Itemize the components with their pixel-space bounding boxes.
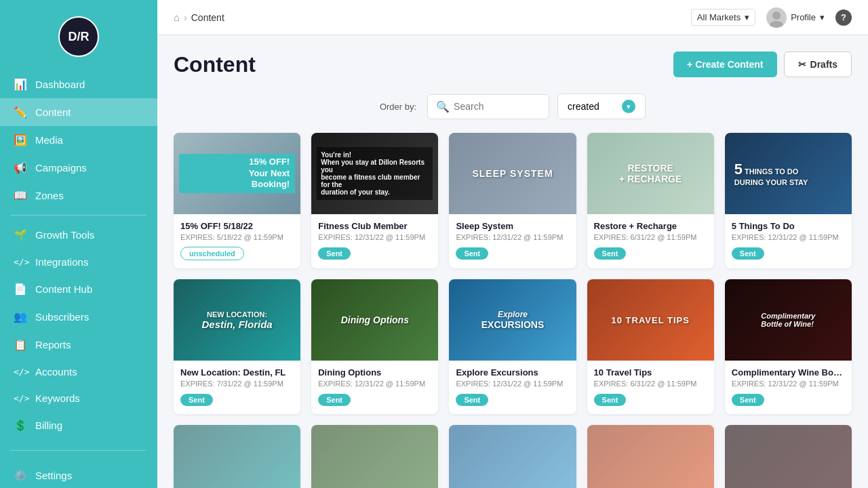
content-card[interactable]: RESTORE+ RECHARGE Restore + Recharge EXP… xyxy=(587,133,714,268)
card-badge[interactable]: Sent xyxy=(456,394,488,406)
card-title: Restore + Recharge xyxy=(594,221,707,231)
content-card[interactable]: New Location: Destin, FL EXPIRES: 7/31/2… xyxy=(174,425,300,488)
keywords-icon: </> xyxy=(14,393,27,403)
search-box[interactable]: 🔍 xyxy=(427,94,549,119)
drafts-icon: ✂ xyxy=(798,59,806,70)
sidebar-item-content-hub[interactable]: 📄 Content Hub xyxy=(0,275,157,303)
content-grid: 15% OFF!Your NextBooking! 15% OFF! 5/18/… xyxy=(174,133,852,414)
sidebar-item-integrations[interactable]: </> Integrations xyxy=(0,249,157,275)
sidebar-item-label: Integrations xyxy=(35,256,88,268)
card-expires: EXPIRES: 5/18/22 @ 11:59PM xyxy=(180,233,294,241)
content-card[interactable]: SLEEP SYSTEM Sleep System EXPIRES: 12/31… xyxy=(449,133,576,268)
card-thumbnail xyxy=(587,425,714,488)
card-badge[interactable]: unscheduled xyxy=(180,247,244,260)
content-card[interactable]: 5 THINGS TO DODURING YOUR STAY 5 Things … xyxy=(725,133,852,268)
card-title: Explore Excursions xyxy=(456,367,569,378)
create-content-button[interactable]: + Create Content xyxy=(673,52,776,77)
sidebar-item-campaigns[interactable]: 📢 Campaigns xyxy=(0,154,157,182)
sidebar-item-subscribers[interactable]: 👥 Subscribers xyxy=(0,303,157,331)
card-expires: EXPIRES: 6/31/22 @ 11:59PM xyxy=(594,380,707,388)
search-input[interactable] xyxy=(454,101,540,112)
sidebar-logo: D/R xyxy=(0,0,157,70)
order-value: created xyxy=(568,101,599,112)
card-thumbnail: 5 THINGS TO DODURING YOUR STAY xyxy=(725,133,852,214)
content-card[interactable]: Dining Options EXPIRES: 12/31/22 @ 11:59… xyxy=(311,425,438,488)
sidebar-item-keywords[interactable]: </> Keywords xyxy=(0,385,157,411)
content-card[interactable]: Dining Options Dining Options EXPIRES: 1… xyxy=(311,279,438,414)
card-badge[interactable]: Sent xyxy=(456,247,488,260)
card-badge[interactable]: Sent xyxy=(594,394,627,406)
drafts-button[interactable]: ✂ Drafts xyxy=(784,52,852,77)
card-thumbnail xyxy=(449,425,576,488)
sidebar-item-accounts[interactable]: </> Accounts xyxy=(0,359,157,385)
page-title: Content xyxy=(174,52,256,77)
market-select[interactable]: All Markets ▾ xyxy=(691,9,755,26)
card-body: 5 Things To Do EXPIRES: 12/31/22 @ 11:59… xyxy=(725,214,852,268)
card-thumbnail: ComplimentaryBottle of Wine! xyxy=(725,279,852,361)
breadcrumb-chevron: › xyxy=(184,12,187,23)
content-card[interactable]: NEW LOCATION:Destin, Florida New Locatio… xyxy=(174,279,300,414)
card-body: Restore + Recharge EXPIRES: 6/31/22 @ 11… xyxy=(587,214,714,268)
sidebar-item-media[interactable]: 🖼️ Media xyxy=(0,126,157,154)
sidebar-item-label: Subscribers xyxy=(35,311,89,323)
thumb-overlay: 5 THINGS TO DODURING YOUR STAY xyxy=(725,133,852,214)
content-area: Content + Create Content ✂ Drafts Order … xyxy=(157,35,868,488)
sidebar-item-label: Billing xyxy=(35,420,62,431)
card-badge[interactable]: Sent xyxy=(180,394,213,406)
order-chevron-icon: ▾ xyxy=(622,100,635,113)
card-title: 15% OFF! 5/18/22 xyxy=(180,221,294,231)
content-card[interactable]: Complimentary Wine Bottle EXPIRES: 12/31… xyxy=(725,425,852,488)
order-select[interactable]: created ▾ xyxy=(557,94,646,119)
content-card[interactable]: Explore Excursions EXPIRES: 12/31/22 @ 1… xyxy=(449,425,576,488)
card-badge[interactable]: Sent xyxy=(594,247,627,260)
settings-icon: ⚙️ xyxy=(14,469,27,482)
content-card[interactable]: 10 Travel Tips EXPIRES: 6/31/22 @ 11:59P… xyxy=(587,425,714,488)
dashboard-icon: 📊 xyxy=(14,78,27,91)
card-thumbnail: SLEEP SYSTEM xyxy=(449,133,576,214)
home-icon[interactable]: ⌂ xyxy=(174,12,180,23)
nav-divider-2 xyxy=(11,450,146,451)
card-badge[interactable]: Sent xyxy=(318,247,351,260)
profile-button[interactable]: Profile ▾ xyxy=(766,7,825,28)
content-card[interactable]: You're in!When you stay at Dillon Resort… xyxy=(311,133,438,268)
card-badge[interactable]: Sent xyxy=(732,394,764,406)
card-title: Dining Options xyxy=(318,367,431,378)
card-thumbnail: NEW LOCATION:Destin, Florida xyxy=(174,279,300,361)
sidebar-item-zones[interactable]: 📖 Zones xyxy=(0,182,157,209)
main-area: ⌂ › Content All Markets ▾ Profile ▾ ? xyxy=(157,0,868,488)
zones-icon: 📖 xyxy=(14,189,27,202)
card-thumbnail: RESTORE+ RECHARGE xyxy=(587,133,714,214)
sidebar-item-settings[interactable]: ⚙️ Settings xyxy=(0,462,157,488)
sidebar-item-content[interactable]: ✏️ Content xyxy=(0,98,157,126)
sidebar-nav: 📊 Dashboard ✏️ Content 🖼️ Media 📢 Campai… xyxy=(0,70,157,445)
content-card[interactable]: 10 TRAVEL TIPS 10 Travel Tips EXPIRES: 6… xyxy=(587,279,714,414)
sidebar-item-dashboard[interactable]: 📊 Dashboard xyxy=(0,70,157,98)
sidebar-item-billing[interactable]: 💲 Billing xyxy=(0,411,157,439)
sidebar-bottom: ⚙️ Settings xyxy=(0,456,157,488)
thumb-overlay: NEW LOCATION:Destin, Florida xyxy=(174,279,300,361)
card-body: 15% OFF! 5/18/22 EXPIRES: 5/18/22 @ 11:5… xyxy=(174,214,300,268)
card-body: Dining Options EXPIRES: 12/31/22 @ 11:59… xyxy=(311,361,438,414)
profile-chevron-icon: ▾ xyxy=(820,12,825,22)
market-label: All Markets xyxy=(697,12,741,22)
sidebar-item-growth-tools[interactable]: 🌱 Growth Tools xyxy=(0,221,157,249)
content-card[interactable]: ExploreEXCURSIONS Explore Excursions EXP… xyxy=(449,279,576,414)
breadcrumb: ⌂ › Content xyxy=(174,12,224,23)
thumb-overlay: Dining Options xyxy=(311,279,438,361)
card-title: 10 Travel Tips xyxy=(594,367,707,378)
campaigns-icon: 📢 xyxy=(14,161,27,174)
logo-text: D/R xyxy=(68,30,90,44)
card-title: New Location: Destin, FL xyxy=(180,367,294,378)
profile-label: Profile xyxy=(791,12,816,22)
content-card[interactable]: ComplimentaryBottle of Wine! Complimenta… xyxy=(725,279,852,414)
card-badge[interactable]: Sent xyxy=(732,247,764,260)
content-hub-icon: 📄 xyxy=(14,283,27,296)
card-thumbnail: Dining Options xyxy=(311,279,438,361)
content-icon: ✏️ xyxy=(14,106,27,119)
card-title: 5 Things To Do xyxy=(732,221,845,231)
help-button[interactable]: ? xyxy=(835,9,852,26)
content-card[interactable]: 15% OFF!Your NextBooking! 15% OFF! 5/18/… xyxy=(174,133,300,268)
sidebar-item-reports[interactable]: 📋 Reports xyxy=(0,331,157,359)
thumb-overlay: 10 TRAVEL TIPS xyxy=(587,279,714,361)
card-badge[interactable]: Sent xyxy=(318,394,351,406)
